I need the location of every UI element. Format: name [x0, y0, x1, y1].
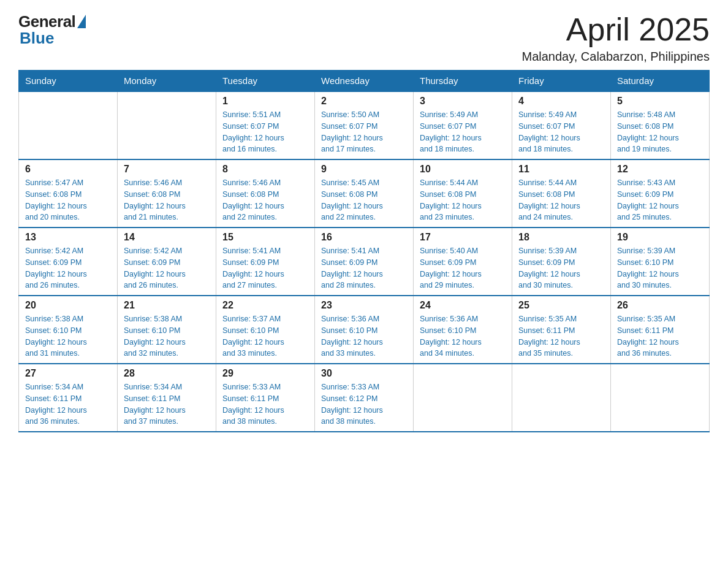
day-number: 19	[617, 232, 703, 243]
calendar-cell: 13Sunrise: 5:42 AM Sunset: 6:09 PM Dayli…	[19, 228, 118, 296]
weekday-header-sunday: Sunday	[19, 71, 118, 92]
day-detail: Sunrise: 5:44 AM Sunset: 6:08 PM Dayligh…	[518, 177, 604, 223]
day-number: 10	[420, 164, 506, 175]
day-detail: Sunrise: 5:41 AM Sunset: 6:09 PM Dayligh…	[222, 245, 308, 291]
day-number: 22	[222, 300, 308, 311]
day-detail: Sunrise: 5:37 AM Sunset: 6:10 PM Dayligh…	[222, 313, 308, 359]
calendar-table: SundayMondayTuesdayWednesdayThursdayFrid…	[18, 70, 710, 432]
calendar-cell: 14Sunrise: 5:42 AM Sunset: 6:09 PM Dayli…	[118, 228, 216, 296]
day-detail: Sunrise: 5:42 AM Sunset: 6:09 PM Dayligh…	[124, 245, 210, 291]
calendar-cell: 25Sunrise: 5:35 AM Sunset: 6:11 PM Dayli…	[512, 296, 611, 364]
day-number: 14	[124, 232, 210, 243]
day-number: 4	[518, 96, 604, 107]
calendar-cell: 28Sunrise: 5:34 AM Sunset: 6:11 PM Dayli…	[118, 364, 216, 432]
day-detail: Sunrise: 5:34 AM Sunset: 6:11 PM Dayligh…	[124, 381, 210, 427]
day-detail: Sunrise: 5:49 AM Sunset: 6:07 PM Dayligh…	[420, 109, 506, 155]
day-detail: Sunrise: 5:51 AM Sunset: 6:07 PM Dayligh…	[222, 109, 308, 155]
day-number: 8	[222, 164, 308, 175]
day-number: 24	[420, 300, 506, 311]
calendar-cell: 8Sunrise: 5:46 AM Sunset: 6:08 PM Daylig…	[216, 159, 315, 228]
day-number: 6	[25, 164, 111, 175]
calendar-cell	[118, 91, 216, 159]
calendar-cell: 29Sunrise: 5:33 AM Sunset: 6:11 PM Dayli…	[216, 364, 315, 432]
day-detail: Sunrise: 5:43 AM Sunset: 6:09 PM Dayligh…	[617, 177, 703, 223]
calendar-cell: 2Sunrise: 5:50 AM Sunset: 6:07 PM Daylig…	[315, 91, 414, 159]
day-number: 18	[518, 232, 604, 243]
calendar-cell: 5Sunrise: 5:48 AM Sunset: 6:08 PM Daylig…	[611, 91, 710, 159]
day-detail: Sunrise: 5:47 AM Sunset: 6:08 PM Dayligh…	[25, 177, 111, 223]
day-number: 12	[617, 164, 703, 175]
calendar-cell: 18Sunrise: 5:39 AM Sunset: 6:09 PM Dayli…	[512, 228, 611, 296]
day-detail: Sunrise: 5:46 AM Sunset: 6:08 PM Dayligh…	[124, 177, 210, 223]
day-detail: Sunrise: 5:39 AM Sunset: 6:10 PM Dayligh…	[617, 245, 703, 291]
day-detail: Sunrise: 5:38 AM Sunset: 6:10 PM Dayligh…	[124, 313, 210, 359]
day-number: 23	[321, 300, 407, 311]
weekday-header-tuesday: Tuesday	[216, 71, 315, 92]
day-detail: Sunrise: 5:38 AM Sunset: 6:10 PM Dayligh…	[25, 313, 111, 359]
calendar-cell: 4Sunrise: 5:49 AM Sunset: 6:07 PM Daylig…	[512, 91, 611, 159]
day-number: 1	[222, 96, 308, 107]
title-area: April 2025 Malanday, Calabarzon, Philipp…	[522, 12, 710, 64]
day-number: 16	[321, 232, 407, 243]
day-detail: Sunrise: 5:34 AM Sunset: 6:11 PM Dayligh…	[25, 381, 111, 427]
calendar-cell: 17Sunrise: 5:40 AM Sunset: 6:09 PM Dayli…	[414, 228, 512, 296]
calendar-cell: 23Sunrise: 5:36 AM Sunset: 6:10 PM Dayli…	[315, 296, 414, 364]
day-detail: Sunrise: 5:45 AM Sunset: 6:08 PM Dayligh…	[321, 177, 407, 223]
logo-blue-text: Blue	[20, 29, 54, 48]
day-number: 2	[321, 96, 407, 107]
weekday-header-monday: Monday	[118, 71, 216, 92]
week-row-4: 20Sunrise: 5:38 AM Sunset: 6:10 PM Dayli…	[19, 296, 710, 364]
day-number: 27	[25, 368, 111, 379]
day-detail: Sunrise: 5:36 AM Sunset: 6:10 PM Dayligh…	[321, 313, 407, 359]
weekday-header-wednesday: Wednesday	[315, 71, 414, 92]
day-number: 29	[222, 368, 308, 379]
day-detail: Sunrise: 5:49 AM Sunset: 6:07 PM Dayligh…	[518, 109, 604, 155]
calendar-cell: 15Sunrise: 5:41 AM Sunset: 6:09 PM Dayli…	[216, 228, 315, 296]
calendar-cell: 24Sunrise: 5:36 AM Sunset: 6:10 PM Dayli…	[414, 296, 512, 364]
logo: General Blue	[18, 12, 86, 48]
calendar-cell: 10Sunrise: 5:44 AM Sunset: 6:08 PM Dayli…	[414, 159, 512, 228]
calendar-cell: 7Sunrise: 5:46 AM Sunset: 6:08 PM Daylig…	[118, 159, 216, 228]
day-number: 5	[617, 96, 703, 107]
calendar-cell: 12Sunrise: 5:43 AM Sunset: 6:09 PM Dayli…	[611, 159, 710, 228]
day-number: 3	[420, 96, 506, 107]
calendar-cell: 9Sunrise: 5:45 AM Sunset: 6:08 PM Daylig…	[315, 159, 414, 228]
calendar-cell: 11Sunrise: 5:44 AM Sunset: 6:08 PM Dayli…	[512, 159, 611, 228]
day-number: 15	[222, 232, 308, 243]
calendar-cell: 3Sunrise: 5:49 AM Sunset: 6:07 PM Daylig…	[414, 91, 512, 159]
calendar-cell: 6Sunrise: 5:47 AM Sunset: 6:08 PM Daylig…	[19, 159, 118, 228]
day-detail: Sunrise: 5:41 AM Sunset: 6:09 PM Dayligh…	[321, 245, 407, 291]
weekday-header-saturday: Saturday	[611, 71, 710, 92]
day-number: 28	[124, 368, 210, 379]
day-detail: Sunrise: 5:33 AM Sunset: 6:12 PM Dayligh…	[321, 381, 407, 427]
weekday-header-row: SundayMondayTuesdayWednesdayThursdayFrid…	[19, 71, 710, 92]
calendar-cell	[19, 91, 118, 159]
day-number: 26	[617, 300, 703, 311]
week-row-1: 1Sunrise: 5:51 AM Sunset: 6:07 PM Daylig…	[19, 91, 710, 159]
weekday-header-friday: Friday	[512, 71, 611, 92]
logo-triangle-icon	[77, 15, 86, 28]
weekday-header-thursday: Thursday	[414, 71, 512, 92]
calendar-cell: 19Sunrise: 5:39 AM Sunset: 6:10 PM Dayli…	[611, 228, 710, 296]
day-number: 30	[321, 368, 407, 379]
week-row-2: 6Sunrise: 5:47 AM Sunset: 6:08 PM Daylig…	[19, 159, 710, 228]
week-row-5: 27Sunrise: 5:34 AM Sunset: 6:11 PM Dayli…	[19, 364, 710, 432]
calendar-cell	[414, 364, 512, 432]
day-detail: Sunrise: 5:46 AM Sunset: 6:08 PM Dayligh…	[222, 177, 308, 223]
day-number: 21	[124, 300, 210, 311]
day-detail: Sunrise: 5:42 AM Sunset: 6:09 PM Dayligh…	[25, 245, 111, 291]
calendar-cell: 20Sunrise: 5:38 AM Sunset: 6:10 PM Dayli…	[19, 296, 118, 364]
day-number: 9	[321, 164, 407, 175]
calendar-cell: 1Sunrise: 5:51 AM Sunset: 6:07 PM Daylig…	[216, 91, 315, 159]
calendar-cell	[611, 364, 710, 432]
day-detail: Sunrise: 5:44 AM Sunset: 6:08 PM Dayligh…	[420, 177, 506, 223]
day-number: 20	[25, 300, 111, 311]
week-row-3: 13Sunrise: 5:42 AM Sunset: 6:09 PM Dayli…	[19, 228, 710, 296]
calendar-cell: 22Sunrise: 5:37 AM Sunset: 6:10 PM Dayli…	[216, 296, 315, 364]
day-detail: Sunrise: 5:50 AM Sunset: 6:07 PM Dayligh…	[321, 109, 407, 155]
day-detail: Sunrise: 5:48 AM Sunset: 6:08 PM Dayligh…	[617, 109, 703, 155]
day-detail: Sunrise: 5:39 AM Sunset: 6:09 PM Dayligh…	[518, 245, 604, 291]
calendar-cell: 27Sunrise: 5:34 AM Sunset: 6:11 PM Dayli…	[19, 364, 118, 432]
calendar-cell	[512, 364, 611, 432]
calendar-cell: 26Sunrise: 5:35 AM Sunset: 6:11 PM Dayli…	[611, 296, 710, 364]
